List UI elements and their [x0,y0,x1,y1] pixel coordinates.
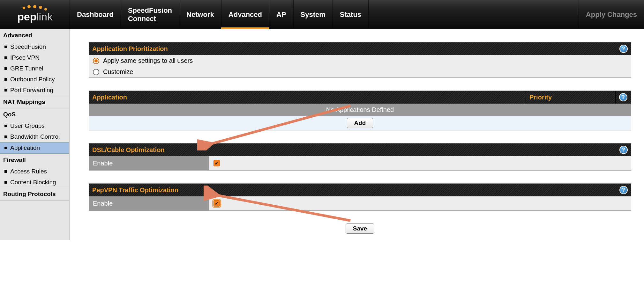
radio-icon [93,58,99,64]
panel-pepvpn-optimization: PepVPN Traffic Optimization ? Enable [89,183,631,211]
radio-label: Apply same settings to all users [103,57,193,64]
radio-label: Customize [103,68,133,76]
bullet-icon [4,125,7,127]
save-button[interactable]: Save [346,223,374,234]
sidebar-item-access-rules[interactable]: Access Rules [0,166,69,177]
bullet-icon [4,89,7,91]
add-button[interactable]: Add [347,118,373,128]
help-icon[interactable]: ? [619,93,627,101]
column-application: Application [89,91,526,104]
bullet-icon [4,170,7,173]
sidebar: AdvancedSpeedFusionIPsec VPNGRE TunnelOu… [0,29,70,240]
sidebar-item-label: SpeedFusion [10,43,46,50]
panel-title: PepVPN Traffic Optimization [92,186,178,194]
pepvpn-enable-checkbox[interactable] [213,200,220,207]
svg-point-1 [27,5,31,8]
sidebar-item-label: Access Rules [10,168,47,175]
radio-all-users[interactable]: Apply same settings to all users [89,55,631,66]
sidebar-item-label: Content Blocking [10,179,56,186]
sidebar-item-label: Bandwidth Control [10,133,60,140]
applications-empty: No Applications Defined [89,104,631,116]
radio-icon [93,69,99,75]
sidebar-item-label: Outbound Policy [10,76,55,83]
sidebar-item-gre-tunnel[interactable]: GRE Tunnel [0,63,69,74]
panel-applications: Application Priority ? No Applications D… [89,91,631,130]
svg-point-4 [44,8,47,11]
sidebar-section-advanced[interactable]: Advanced [0,29,69,41]
sidebar-item-label: User Groups [10,122,45,129]
nav-item-ap[interactable]: AP [269,0,293,29]
bullet-icon [4,181,7,184]
sidebar-item-label: Port Forwarding [10,87,53,94]
bullet-icon [4,46,7,48]
sidebar-item-label: Application [10,144,40,151]
panel-dsl-optimization: DSL/Cable Optimization ? Enable [89,143,631,171]
column-priority: Priority [526,91,615,104]
sidebar-item-bandwidth-control[interactable]: Bandwidth Control [0,131,69,142]
sidebar-item-speedfusion[interactable]: SpeedFusion [0,41,69,52]
bullet-icon [4,56,7,59]
sidebar-section-nat-mappings[interactable]: NAT Mappings [0,96,69,108]
top-nav: pep link DashboardSpeedFusion ConnectNet… [0,0,644,29]
nav-item-system[interactable]: System [293,0,333,29]
svg-point-0 [23,7,25,9]
dsl-enable-checkbox[interactable] [213,160,220,166]
sidebar-item-port-forwarding[interactable]: Port Forwarding [0,85,69,96]
bullet-icon [4,67,7,70]
help-icon[interactable]: ? [619,45,628,53]
nav-item-speedfusion-connect[interactable]: SpeedFusion Connect [121,0,179,29]
help-icon[interactable]: ? [619,146,628,154]
sidebar-item-content-blocking[interactable]: Content Blocking [0,177,69,188]
sidebar-item-label: IPsec VPN [10,54,40,61]
sidebar-section-firewall[interactable]: Firewall [0,154,69,166]
svg-text:pep: pep [17,11,36,23]
logo: pep link [0,0,70,29]
bullet-icon [4,135,7,138]
pepvpn-enable-label: Enable [89,196,209,210]
bullet-icon [4,78,7,81]
svg-text:link: link [36,11,53,23]
nav-item-advanced[interactable]: Advanced [221,0,269,29]
sidebar-item-user-groups[interactable]: User Groups [0,121,69,131]
nav-item-network[interactable]: Network [179,0,221,29]
sidebar-section-qos[interactable]: QoS [0,108,69,121]
main-content: Application Prioritization ? Apply same … [70,29,644,240]
panel-title: DSL/Cable Optimization [92,146,165,154]
sidebar-item-application[interactable]: Application [0,142,69,154]
dsl-enable-label: Enable [89,156,209,170]
sidebar-section-routing-protocols[interactable]: Routing Protocols [0,188,69,200]
sidebar-item-outbound-policy[interactable]: Outbound Policy [0,74,69,85]
nav-item-dashboard[interactable]: Dashboard [70,0,121,29]
sidebar-item-ipsec-vpn[interactable]: IPsec VPN [0,52,69,63]
svg-point-3 [39,6,42,9]
sidebar-item-label: GRE Tunnel [10,65,43,72]
help-icon[interactable]: ? [619,186,628,194]
bullet-icon [4,147,7,149]
radio-customize[interactable]: Customize [89,66,631,77]
panel-prioritization: Application Prioritization ? Apply same … [89,42,631,78]
nav-item-status[interactable]: Status [333,0,369,29]
apply-changes-button[interactable]: Apply Changes [579,0,644,29]
panel-title: Application Prioritization [92,45,168,53]
svg-point-2 [33,5,36,8]
